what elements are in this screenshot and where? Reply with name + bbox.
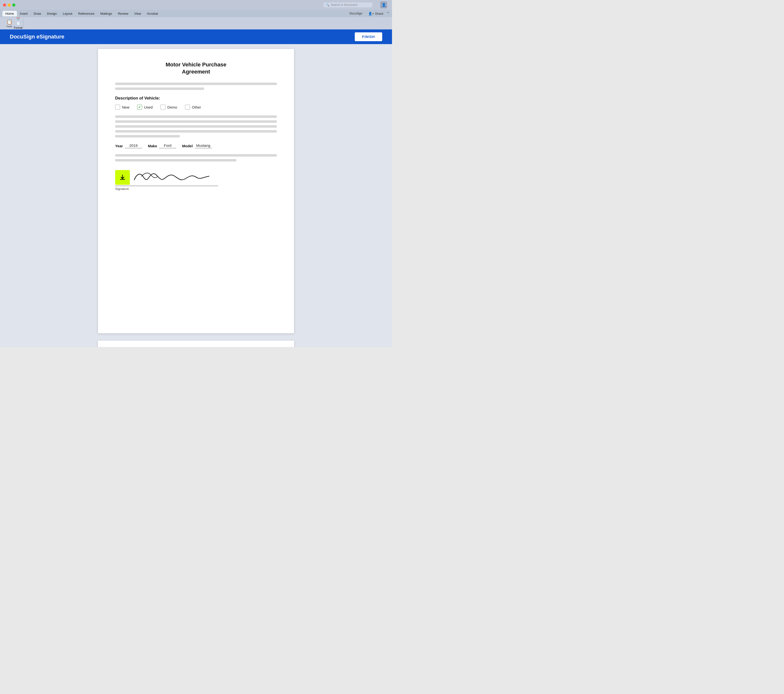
- checkbox-new[interactable]: New: [115, 105, 129, 110]
- checkbox-new-label: New: [122, 105, 129, 109]
- checkbox-demo[interactable]: Demo: [160, 105, 177, 110]
- copy-icon: 📄: [16, 21, 20, 25]
- collapse-ribbon-button[interactable]: ⌃: [386, 11, 390, 16]
- signature-stamp-icon[interactable]: [115, 170, 130, 185]
- placeholder-line-8: [115, 154, 277, 157]
- year-value: 2019: [125, 143, 142, 148]
- checkbox-used[interactable]: ✓ Used: [137, 105, 153, 110]
- year-label: Year: [115, 144, 123, 148]
- format-painter-button[interactable]: Format: [15, 26, 21, 30]
- download-arrow-icon: [119, 174, 126, 181]
- tab-references[interactable]: References: [75, 11, 97, 16]
- tab-acrobat[interactable]: Acrobat: [144, 11, 161, 16]
- signature-area: Signature: [115, 169, 277, 191]
- docusign-header: DocuSign eSignature FINISH: [0, 30, 392, 44]
- maximize-button[interactable]: [12, 3, 15, 7]
- minimize-button[interactable]: [8, 3, 11, 7]
- share-button[interactable]: 👤+ Share: [368, 12, 384, 15]
- clipboard-group: 📋 Paste ✂️ 📄 Format: [3, 18, 23, 28]
- next-page-stub: [98, 341, 294, 347]
- cut-icon: ✂️: [16, 17, 20, 21]
- document-title: Motor Vehicle Purchase Agreement: [115, 61, 277, 75]
- model-field: Model Mustang: [182, 143, 212, 148]
- tab-insert[interactable]: Insert: [17, 11, 31, 16]
- search-icon: 🔍: [326, 3, 329, 7]
- make-field: Make Ford: [148, 143, 176, 148]
- paste-label: Paste: [7, 25, 12, 28]
- signature-field[interactable]: [115, 169, 218, 186]
- tab-layout[interactable]: Layout: [60, 11, 75, 16]
- tab-review[interactable]: Review: [115, 11, 131, 16]
- ribbon: Home Insert Draw Design Layout Reference…: [0, 10, 392, 30]
- tab-draw[interactable]: Draw: [31, 11, 44, 16]
- year-field: Year 2019: [115, 143, 142, 148]
- placeholder-line-9: [115, 159, 236, 162]
- tab-docusign[interactable]: DocuSign: [347, 11, 365, 16]
- placeholder-line-3: [115, 115, 277, 118]
- checkbox-used-label: Used: [144, 105, 153, 109]
- finish-button[interactable]: FINISH: [355, 32, 382, 41]
- checkboxes-row: New ✓ Used Demo Other: [115, 105, 277, 110]
- model-label: Model: [182, 144, 193, 148]
- cut-button[interactable]: ✂️: [15, 17, 21, 21]
- title-bar: 🔍 Search in Document 👤: [0, 0, 392, 10]
- tab-design[interactable]: Design: [44, 11, 60, 16]
- ribbon-tabs: Home Insert Draw Design Layout Reference…: [0, 10, 392, 17]
- user-icon[interactable]: 👤: [380, 2, 387, 8]
- checkbox-new-box[interactable]: [115, 105, 120, 110]
- placeholder-line-7: [115, 135, 180, 137]
- placeholder-line-5: [115, 125, 277, 128]
- vehicle-info-row: Year 2019 Make Ford Model Mustang: [115, 143, 277, 148]
- placeholder-line-6: [115, 130, 277, 133]
- docusign-logo: DocuSign eSignature: [10, 34, 64, 40]
- share-icon: 👤+: [368, 12, 374, 15]
- make-value: Ford: [159, 143, 176, 148]
- checkbox-demo-label: Demo: [167, 105, 177, 109]
- tab-home[interactable]: Home: [2, 11, 17, 16]
- signature-image: [132, 169, 210, 185]
- search-placeholder: Search in Document: [331, 3, 357, 7]
- make-label: Make: [148, 144, 157, 148]
- traffic-lights: [3, 3, 15, 7]
- placeholder-line-4: [115, 120, 277, 123]
- checkbox-used-box[interactable]: ✓: [137, 105, 142, 110]
- bottom-area: [0, 338, 392, 347]
- page-wrapper: Motor Vehicle Purchase Agreement Descrip…: [0, 44, 392, 338]
- signature-label: Signature: [115, 187, 277, 191]
- close-button[interactable]: [3, 3, 6, 7]
- tab-mailings[interactable]: Mailings: [97, 11, 115, 16]
- checkbox-other-label: Other: [192, 105, 201, 109]
- checkbox-other-box[interactable]: [185, 105, 190, 110]
- format-icon: Format: [14, 26, 23, 29]
- paste-icon: 📋: [7, 19, 13, 25]
- ribbon-content: 📋 Paste ✂️ 📄 Format: [0, 17, 392, 30]
- checkmark-icon: ✓: [138, 105, 141, 109]
- placeholder-line-2: [115, 87, 204, 90]
- paste-button[interactable]: 📋 Paste: [5, 19, 14, 28]
- placeholder-line-1: [115, 82, 277, 85]
- model-value: Mustang: [195, 143, 212, 148]
- copy-button[interactable]: 📄: [15, 21, 21, 25]
- checkbox-other[interactable]: Other: [185, 105, 201, 110]
- description-heading: Description of Vehicle:: [115, 96, 277, 101]
- search-bar[interactable]: 🔍 Search in Document: [323, 2, 372, 7]
- tab-view[interactable]: View: [131, 11, 144, 16]
- document-page: Motor Vehicle Purchase Agreement Descrip…: [98, 49, 294, 333]
- checkbox-demo-box[interactable]: [160, 105, 165, 110]
